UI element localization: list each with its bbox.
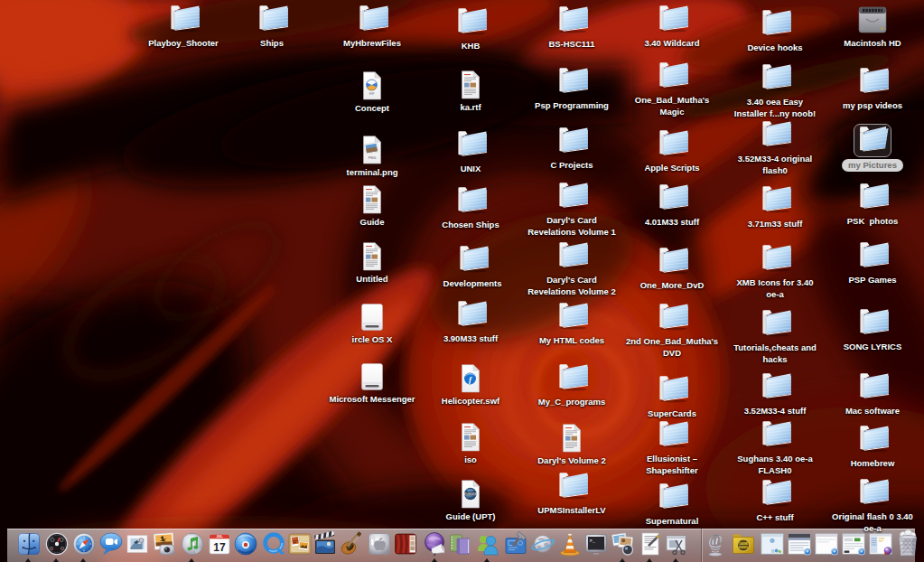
desktop-icon-one-bad-mutha-s-magic[interactable]: One_Bad_Mutha's Magic [620,59,724,117]
folder-icon [723,241,827,275]
desktop-icon-apple-scripts[interactable]: Apple Scripts [620,126,724,174]
desktop-icon-tutorials-cheats-and-hacks[interactable]: Tutorials,cheats and hacks [723,306,827,365]
desktop-icon-daryl-s-volume-2[interactable]: Daryl's Volume 2 [519,419,624,467]
dock-app-collage-icon[interactable] [287,531,313,557]
icon-label: Daryl's Volume 2 [519,455,624,467]
desktop-icon-3-71m33-stuff[interactable]: 3.71m33 stuff [723,183,827,230]
desktop-icon-guide-upt[interactable]: Guide (UPT) [418,475,523,523]
dock-win-safari-busy-icon[interactable] [841,531,866,557]
dock-app-dashboard-icon[interactable] [44,531,70,557]
dock-app-xcode-icon[interactable] [503,531,528,557]
desktop-icon-my-pictures[interactable]: my Pictures [820,124,924,172]
desktop-icon-upmsinstallerlv[interactable]: UPMSInstallerLV [519,469,624,517]
desktop-icon-sughans-3-40-oe-a-flash0[interactable]: Sughans 3.40 oe-a FLASH0 [723,417,827,476]
dock-app-iphoto-icon[interactable] [152,531,177,557]
desktop-icon-psp-games[interactable]: PSP Games [820,239,924,286]
dock-app-notebooks-icon[interactable] [447,531,472,557]
desktop-icon-homebrew[interactable]: Homebrew [820,422,924,470]
desktop-icon-psp-programming[interactable]: Psp Programming [519,64,624,112]
dock-app-textedit-icon[interactable] [638,531,663,557]
dock-app-safari-icon[interactable] [71,531,97,557]
desktop-icon-3-40-oea-easy-installer-f-ny-noob[interactable]: 3.40 oea Easy Installer f...ny noob! [723,61,827,119]
dock-app-idvd-icon[interactable] [233,531,258,557]
desktop-icon-my-c-programs[interactable]: My_C_programs [519,361,624,408]
desktop-icon-supercards[interactable]: SuperCards [620,372,724,420]
icon-label: Microsoft Messenger [320,394,425,406]
desktop-icon-unix[interactable]: UNIX [418,127,523,175]
desktop-icon-song-lyrics[interactable]: SONG LYRICS [820,305,924,353]
desktop-icon-bs-hsc111[interactable]: BS-HSC111 [519,3,624,51]
dock-goldfolder-icon[interactable] [731,531,756,557]
desktop-icon-one-more-dvd[interactable]: One_More_DvD [620,244,724,292]
icon-label: Concept [320,103,425,115]
dock-app-megaphone-globe-icon[interactable] [423,531,448,557]
dock-app-frontrow-icon[interactable] [367,531,392,557]
dock-win-purple-icon[interactable] [868,531,893,557]
dock-app-vlc-icon[interactable] [557,531,583,557]
folder-icon [620,2,724,35]
desktop-icon-4-01m33-stuff[interactable]: 4.01M33 stuff [620,181,724,229]
dock-app-ical-icon[interactable] [207,531,232,557]
desktop-icon-xmb-icons-for-3-40-oe-a[interactable]: XMB Icons for 3.40 oe-a [723,241,827,300]
dock-app-msn-icon[interactable] [475,531,500,557]
desktop-icon-chosen-ships[interactable]: Chosen Ships [418,183,523,231]
dock-app-garageband-icon[interactable] [339,531,364,557]
icon-label: 3.71m33 stuff [723,219,827,230]
folder-icon [418,297,523,331]
desktop-icon-untitled[interactable]: Untitled [320,238,425,286]
desktop-icon-myhbrewfiles[interactable]: MyHbrewFiles [320,2,425,50]
desktop-icon-helicopter-swf[interactable]: Helicopter.swf [418,360,523,407]
desktop-icon-iso[interactable]: iso [418,418,523,466]
desktop-icon-3-90m33-stuff[interactable]: 3.90M33 stuff [418,297,523,345]
desktop-icon-microsoft-messenger[interactable]: Microsoft Messenger [320,358,425,406]
desktop-icon-ellusionist-shapeshifter[interactable]: Ellusionist – Shapeshifter [620,417,724,476]
dock-app-quicktime-icon[interactable] [262,531,287,557]
desktop-icon-psk-photos[interactable]: PSK photos [820,180,924,228]
desktop-icon-khb[interactable]: KHB [418,5,523,52]
icon-label: Homebrew [820,458,924,470]
dock-app-grab-icon[interactable] [664,531,689,557]
desktop-icon-mac-software[interactable]: Mac software [820,370,924,417]
dock-atspring-icon[interactable] [703,531,728,557]
desktop-icon-ka-rtf[interactable]: ka.rtf [418,66,523,114]
desktop-icon-original-flash-0-3-40-oe-a[interactable]: Original flash 0 3.40 oe-a [820,475,924,534]
dock-app-photocam-icon[interactable] [611,531,636,557]
desktop-icon-developments[interactable]: Developments [420,242,525,290]
desktop-icon-c-stuff[interactable]: C++ stuff [723,476,827,524]
desktop-icon-ships[interactable]: Ships [219,2,324,50]
dock-app-ichat-icon[interactable] [98,531,124,557]
dock-app-photobooth-icon[interactable] [393,531,418,557]
desktop-icon-my-psp-videos[interactable]: my psp videos [820,64,924,112]
folder-icon [723,61,827,94]
desktop-icon-daryl-s-card-revelations-volume-1[interactable]: Daryl's Card Revelations Volume 1 [519,179,624,238]
icon-label: Guide [320,217,425,229]
icon-label: Developments [420,278,525,290]
desktop-icon-ircle-os-x[interactable]: ircle OS X [320,298,425,346]
desktop-icon-macintosh-hd[interactable]: Macintosh HD [820,2,924,50]
icon-label: One_More_DvD [620,280,724,292]
desktop-icon-guide[interactable]: Guide [320,181,425,229]
dock-win-safari-white-icon[interactable] [814,531,839,557]
desktop-icon-c-projects[interactable]: C Projects [519,124,624,172]
dock-app-finder-icon[interactable] [16,531,42,557]
dock-app-mail-icon[interactable] [125,531,150,557]
desktop-icon-supernatural[interactable]: Supernatural [620,480,724,528]
desktop-icon-3-52m33-4-stuff[interactable]: 3.52M33-4 stuff [723,370,827,417]
desktop-icon-device-hooks[interactable]: Device hooks [723,6,827,54]
desktop-icon-terminal-png[interactable]: terminal.png [320,131,425,179]
dock-app-terminal-icon[interactable] [583,531,609,557]
desktop-icon-3-52m33-4-original-flash0[interactable]: 3.52M33-4 original flash0 [723,117,827,176]
icon-label: 2nd One_Bad_Mutha's DVD [620,336,724,359]
desktop-icon-3-40-wildcard[interactable]: 3.40 Wildcard [620,2,724,50]
desktop-icon-concept[interactable]: Concept [320,67,425,115]
dock-app-imovie-icon[interactable] [313,531,338,557]
desktop-icon-2nd-one-bad-mutha-s-dvd[interactable]: 2nd One_Bad_Mutha's DVD [620,300,724,359]
dock-win-doc-icon[interactable] [760,531,785,557]
dock-app-itunes-icon[interactable] [180,531,205,557]
dock-app-silverglobe-icon[interactable] [530,531,555,557]
folder-icon [820,370,924,403]
folder-icon [723,6,827,40]
dock-win-safari-dark-icon[interactable] [787,531,812,557]
desktop-icon-daryl-s-card-revelations-volume-2[interactable]: Daryl's Card Revelations Volume 2 [519,239,624,297]
desktop-icon-my-html-codes[interactable]: My HTML codes [519,299,624,347]
